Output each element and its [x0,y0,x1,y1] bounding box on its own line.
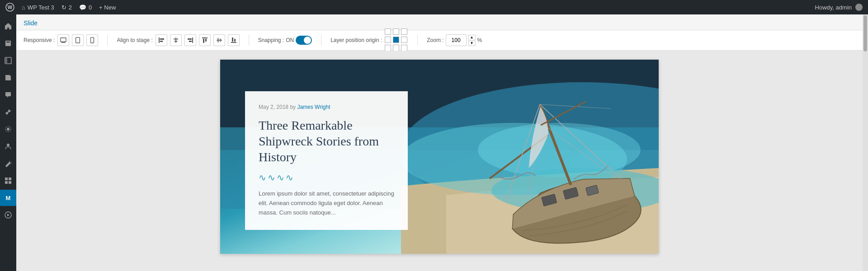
sidebar-icon-pin[interactable] [0,104,16,120]
origin-br[interactable] [401,45,407,51]
sidebar-icon-users[interactable] [0,138,16,154]
svg-rect-39 [234,39,236,42]
align-middle-v-btn[interactable] [213,34,225,46]
post-meta: May 2, 2018 by James Wright [259,104,394,110]
align-top-btn[interactable] [199,34,211,46]
updates-icon: ↻ [61,4,66,11]
slide-canvas: May 2, 2018 by James Wright Three Remark… [220,60,659,254]
snapping-label: Snapping : [258,37,284,43]
svg-point-21 [92,42,93,42]
sidebar-icon-appearance[interactable] [0,121,16,137]
toolbar: Responsive : Align to stage : [16,30,863,51]
zoom-down-btn[interactable]: ▼ [468,41,476,46]
svg-point-7 [7,128,9,131]
sidebar-icon-layers[interactable] [0,35,16,51]
scrollbar[interactable] [863,14,868,271]
canvas-area: May 2, 2018 by James Wright Three Remark… [16,51,863,271]
svg-rect-30 [189,41,192,42]
origin-bc[interactable] [393,45,399,51]
zoom-group: Zoom : ▲ ▼ % [427,34,482,46]
svg-rect-31 [202,37,208,38]
sidebar-icon-comments[interactable] [0,87,16,103]
origin-tc[interactable] [393,28,399,35]
svg-rect-33 [205,39,207,42]
divider-1 [107,35,108,46]
toggle-knob [304,37,311,44]
align-left-btn[interactable] [156,34,167,46]
svg-line-51 [483,104,562,202]
tablet-btn[interactable] [72,34,84,46]
wp-logo-item[interactable]: W [5,3,14,12]
desktop-btn[interactable] [57,34,69,46]
svg-rect-5 [5,57,7,64]
align-label: Align to stage : [117,37,152,43]
zoom-up-btn[interactable]: ▲ [468,35,476,40]
svg-text:W: W [8,5,13,10]
svg-rect-9 [5,178,8,180]
new-label: + New [99,4,116,11]
svg-rect-29 [188,38,192,40]
comments-item[interactable]: 💬 0 [79,4,92,11]
origin-bl[interactable] [385,45,391,51]
svg-rect-2 [5,41,11,46]
greeting-label: Howdy, admin [815,4,852,11]
sidebar-icon-home[interactable] [0,18,16,34]
zoom-percent: % [477,37,482,43]
svg-rect-38 [232,37,233,42]
align-center-h-btn[interactable] [170,34,182,46]
align-group: Align to stage : [117,34,239,46]
new-item[interactable]: + New [99,4,116,11]
responsive-label: Responsive : [24,37,55,43]
zoom-label: Zoom : [427,37,443,43]
post-title: Three Remarkable Shipwreck Stories from … [259,117,394,165]
svg-rect-36 [220,39,221,42]
home-icon: ⌂ [22,4,25,11]
divider-3 [321,35,321,46]
svg-rect-23 [160,38,164,40]
scrollbar-thumb[interactable] [863,15,867,51]
svg-rect-26 [174,38,178,40]
sidebar-icon-grid[interactable] [0,173,16,189]
sidebar-icon-masterslider[interactable]: M [0,190,16,206]
avatar[interactable] [855,4,863,11]
comment-icon: 💬 [79,4,86,11]
svg-rect-28 [192,37,193,43]
slide-header: Slide [16,14,863,30]
post-excerpt: Lorem ipsum dolor sit amet, consectetuer… [259,189,394,217]
snapping-group: Snapping : ON [258,36,312,45]
origin-mc[interactable] [393,37,399,43]
comment-count: 0 [89,4,92,11]
layer-position-label: Layer position origin : [330,37,382,43]
snapping-on-label: ON [286,37,294,43]
sidebar-icon-tools[interactable] [0,155,16,172]
snapping-toggle-btn[interactable] [296,36,312,45]
zoom-input[interactable] [446,34,467,46]
svg-point-19 [78,42,78,42]
layer-position-group: Layer position origin : [330,28,408,52]
content-card: May 2, 2018 by James Wright Three Remark… [245,91,408,230]
origin-mr[interactable] [401,37,407,43]
origin-ml[interactable] [385,37,391,43]
wave-decoration: ∿∿∿∿ [259,172,394,183]
svg-rect-24 [160,41,163,42]
svg-rect-10 [9,178,11,180]
align-bottom-btn[interactable] [228,34,240,46]
content-area: Slide Responsive : Align to stage : [16,14,863,271]
origin-tl[interactable] [385,28,391,35]
sidebar-icon-play[interactable] [0,207,16,223]
updates-item[interactable]: ↻ 2 [61,4,72,11]
svg-rect-35 [217,38,219,42]
post-author-link[interactable]: James Wright [297,104,330,110]
site-name: WP Test 3 [28,4,54,11]
sidebar-icon-pages[interactable] [0,70,16,86]
align-right-btn[interactable] [184,34,196,46]
slide-label[interactable]: Slide [24,19,38,27]
boat-svg [392,60,659,254]
origin-tr[interactable] [401,28,407,35]
origin-grid [385,28,408,52]
zoom-arrows: ▲ ▼ [468,35,476,46]
mobile-btn[interactable] [86,34,98,46]
sidebar-icon-templates[interactable] [0,52,16,69]
site-name-item[interactable]: ⌂ WP Test 3 [22,4,54,11]
svg-rect-14 [61,38,66,42]
